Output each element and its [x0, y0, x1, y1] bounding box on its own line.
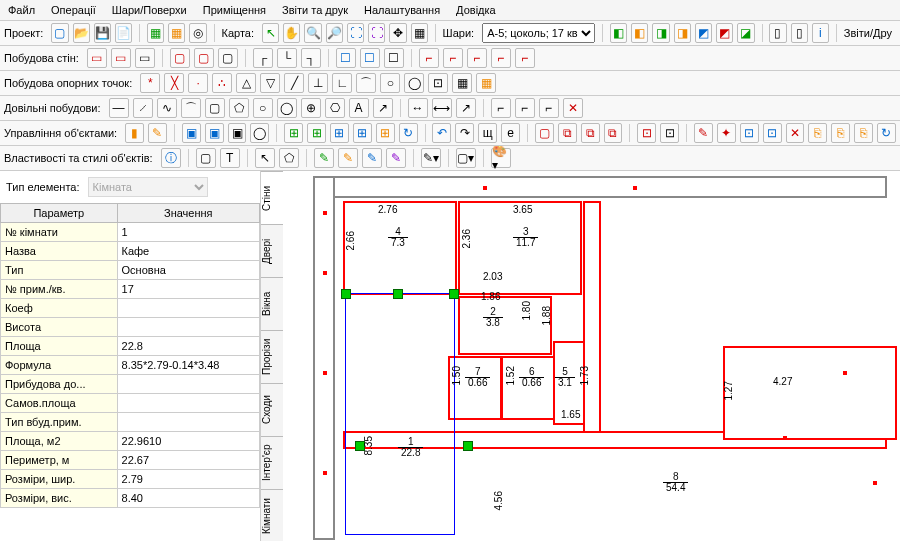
- pt1-icon[interactable]: *: [140, 73, 160, 93]
- wall-c-icon[interactable]: ▭: [135, 48, 155, 68]
- grid-icon[interactable]: ▦: [411, 23, 428, 43]
- f12-icon[interactable]: ↗: [373, 98, 393, 118]
- table-row[interactable]: Розміри, шир.2.79: [1, 470, 260, 489]
- redo-icon[interactable]: ↷: [455, 123, 474, 143]
- brush1-icon[interactable]: ✎: [314, 148, 334, 168]
- f9-icon[interactable]: ⊕: [301, 98, 321, 118]
- style2-icon[interactable]: ▢▾: [456, 148, 476, 168]
- pt8-icon[interactable]: ⊥: [308, 73, 328, 93]
- wall-n-icon[interactable]: ⌐: [443, 48, 463, 68]
- style1-icon[interactable]: ✎▾: [421, 148, 441, 168]
- m18-icon[interactable]: ⧉: [604, 123, 623, 143]
- m26-icon[interactable]: ↻: [877, 123, 896, 143]
- m10-icon[interactable]: ⊞: [353, 123, 372, 143]
- new-icon[interactable]: ▢: [51, 23, 68, 43]
- f18-icon[interactable]: ⌐: [539, 98, 559, 118]
- m1-icon[interactable]: ▮: [125, 123, 144, 143]
- f16-icon[interactable]: ⌐: [491, 98, 511, 118]
- menu-layers[interactable]: Шари/Поверхи: [112, 4, 187, 16]
- book2-icon[interactable]: ▯: [791, 23, 808, 43]
- f19-icon[interactable]: ✕: [563, 98, 583, 118]
- table-row[interactable]: Самов.площа: [1, 394, 260, 413]
- info2-icon[interactable]: ⓘ: [161, 148, 181, 168]
- m12-icon[interactable]: ↻: [399, 123, 418, 143]
- pt11-icon[interactable]: ○: [380, 73, 400, 93]
- value-cell[interactable]: [117, 394, 259, 413]
- f5-icon[interactable]: ▢: [205, 98, 225, 118]
- value-cell[interactable]: [117, 375, 259, 394]
- menu-rooms[interactable]: Приміщення: [203, 4, 266, 16]
- vtab-1[interactable]: Двері: [261, 224, 283, 277]
- wall-m-icon[interactable]: ⌐: [419, 48, 439, 68]
- node[interactable]: [463, 441, 473, 451]
- wall-o-icon[interactable]: ⌐: [467, 48, 487, 68]
- m6-icon[interactable]: ◯: [250, 123, 269, 143]
- m17-icon[interactable]: ⧉: [581, 123, 600, 143]
- value-cell[interactable]: 22.8: [117, 337, 259, 356]
- brush3-icon[interactable]: ✎: [362, 148, 382, 168]
- pt3-icon[interactable]: ·: [188, 73, 208, 93]
- menu-ops[interactable]: Операції: [51, 4, 96, 16]
- m22-icon[interactable]: ✦: [717, 123, 736, 143]
- f17-icon[interactable]: ⌐: [515, 98, 535, 118]
- l7-icon[interactable]: ◪: [737, 23, 754, 43]
- wall-a-icon[interactable]: ▭: [87, 48, 107, 68]
- m19-icon[interactable]: ⊡: [637, 123, 656, 143]
- m7-icon[interactable]: ⊞: [284, 123, 303, 143]
- wall-b-icon[interactable]: ▭: [111, 48, 131, 68]
- pt10-icon[interactable]: ⌒: [356, 73, 376, 93]
- pt9-icon[interactable]: ∟: [332, 73, 352, 93]
- m8-icon[interactable]: ⊞: [307, 123, 326, 143]
- zoom-fit-icon[interactable]: ⛶: [347, 23, 364, 43]
- value-cell[interactable]: [117, 413, 259, 432]
- table-row[interactable]: № прим./кв.17: [1, 280, 260, 299]
- wall-d-icon[interactable]: ▢: [170, 48, 190, 68]
- m25-icon[interactable]: ⎘: [854, 123, 873, 143]
- zoom-in-icon[interactable]: 🔍: [304, 23, 321, 43]
- m5-icon[interactable]: ▣: [228, 123, 247, 143]
- wall-j-icon[interactable]: ☐: [336, 48, 356, 68]
- table-row[interactable]: НазваКафе: [1, 242, 260, 261]
- wall-e-icon[interactable]: ▢: [194, 48, 214, 68]
- m9-icon[interactable]: ⊞: [330, 123, 349, 143]
- zoom-out-icon[interactable]: 🔎: [326, 23, 343, 43]
- pt13-icon[interactable]: ⊡: [428, 73, 448, 93]
- value-cell[interactable]: 22.67: [117, 451, 259, 470]
- table-row[interactable]: № кімнати1: [1, 223, 260, 242]
- f10-icon[interactable]: ⎔: [325, 98, 345, 118]
- l1-icon[interactable]: ◧: [610, 23, 627, 43]
- vtab-4[interactable]: Сходи: [261, 383, 283, 436]
- layers-select[interactable]: А-5; цоколь; 17 кв: [482, 23, 595, 43]
- wall-q-icon[interactable]: ⌐: [515, 48, 535, 68]
- copy-icon[interactable]: ⎘: [808, 123, 827, 143]
- f2-icon[interactable]: ⟋: [133, 98, 153, 118]
- table-row[interactable]: Тип вбуд.прим.: [1, 413, 260, 432]
- m23-icon[interactable]: ⊡: [740, 123, 759, 143]
- table-row[interactable]: Периметр, м22.67: [1, 451, 260, 470]
- doc-icon[interactable]: 📄: [115, 23, 132, 43]
- f7-icon[interactable]: ○: [253, 98, 273, 118]
- node[interactable]: [393, 289, 403, 299]
- pt6-icon[interactable]: ▽: [260, 73, 280, 93]
- p4-icon[interactable]: ⬠: [279, 148, 299, 168]
- save-icon[interactable]: 💾: [94, 23, 111, 43]
- brush4-icon[interactable]: ✎: [386, 148, 406, 168]
- table-row[interactable]: Прибудова до...: [1, 375, 260, 394]
- p2-icon[interactable]: T: [220, 148, 240, 168]
- target-icon[interactable]: ◎: [189, 23, 206, 43]
- value-cell[interactable]: 8.35*2.79-0.14*3.48: [117, 356, 259, 375]
- m16-icon[interactable]: ⧉: [558, 123, 577, 143]
- node[interactable]: [449, 289, 459, 299]
- value-cell[interactable]: 8.40: [117, 489, 259, 508]
- menu-reports[interactable]: Звіти та друк: [282, 4, 348, 16]
- value-cell[interactable]: 1: [117, 223, 259, 242]
- f1-icon[interactable]: —: [109, 98, 129, 118]
- wall-k-icon[interactable]: ☐: [360, 48, 380, 68]
- node[interactable]: [341, 289, 351, 299]
- value-cell[interactable]: Основна: [117, 261, 259, 280]
- l6-icon[interactable]: ◩: [716, 23, 733, 43]
- p1-icon[interactable]: ▢: [196, 148, 216, 168]
- pt15-icon[interactable]: ▦: [476, 73, 496, 93]
- f14-icon[interactable]: ⟷: [432, 98, 452, 118]
- menu-file[interactable]: Файл: [8, 4, 35, 16]
